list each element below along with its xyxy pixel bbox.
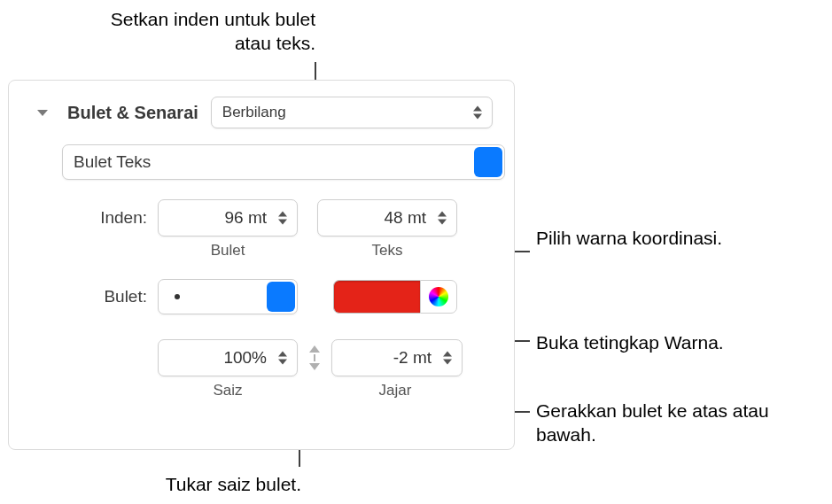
indent-bullet-caption: Bulet xyxy=(158,242,298,260)
bullets-lists-panel: Bulet & Senarai Berbilang Bulet Teks Ind… xyxy=(8,80,515,450)
indent-row: Inden: 96 mt 48 mt xyxy=(62,199,493,236)
disclosure-triangle-icon[interactable] xyxy=(37,110,48,116)
callout-color-window: Buka tetingkap Warna. xyxy=(536,330,828,354)
bullet-glyph-select[interactable] xyxy=(158,279,298,314)
list-style-select[interactable]: Berbilang xyxy=(211,97,493,128)
align-stepper[interactable]: -2 mt xyxy=(331,339,463,376)
indent-bullet-value: 96 mt xyxy=(224,208,267,228)
bullet-label: Bulet: xyxy=(62,287,158,306)
callout-align: Gerakkan bulet ke atas atau bawah. xyxy=(536,399,802,447)
stepper-arrows-icon xyxy=(274,352,292,365)
size-align-captions: Saiz Jajar xyxy=(158,382,493,399)
align-caption: Jajar xyxy=(330,382,461,399)
chevron-up-down-icon xyxy=(474,147,502,177)
bullet-color-swatch[interactable] xyxy=(333,280,420,314)
align-value: -2 mt xyxy=(393,348,432,368)
section-title: Bulet & Senarai xyxy=(67,103,198,123)
size-value: 100% xyxy=(223,348,267,368)
indent-captions: Bulet Teks xyxy=(158,242,493,260)
indent-text-caption: Teks xyxy=(317,242,457,260)
callout-color-swatch: Pilih warna koordinasi. xyxy=(536,226,802,250)
bullet-type-select[interactable]: Bulet Teks xyxy=(62,144,505,180)
vertical-align-icon xyxy=(301,345,328,370)
size-caption: Saiz xyxy=(158,382,298,399)
indent-bullet-stepper[interactable]: 96 mt xyxy=(158,199,298,236)
color-wheel-icon xyxy=(429,287,448,306)
section-header-row: Bulet & Senarai Berbilang xyxy=(62,97,493,128)
callout-indent: Setkan inden untuk bulet atau teks. xyxy=(94,7,315,56)
bullet-color-group xyxy=(333,280,457,314)
bullet-row: Bulet: xyxy=(62,279,493,314)
size-align-row: 100% -2 mt xyxy=(62,339,493,376)
indent-label: Inden: xyxy=(62,208,158,228)
chevron-up-down-icon xyxy=(469,106,486,120)
chevron-up-down-icon xyxy=(267,282,295,312)
bullet-dot-icon xyxy=(175,294,180,299)
list-style-value: Berbilang xyxy=(222,104,286,121)
bullet-type-value: Bulet Teks xyxy=(74,152,151,172)
callout-size: Tukar saiz bulet. xyxy=(89,472,301,496)
stepper-arrows-icon xyxy=(274,212,292,225)
stepper-arrows-icon xyxy=(439,352,456,365)
open-color-window-button[interactable] xyxy=(420,280,457,314)
indent-text-stepper[interactable]: 48 mt xyxy=(317,199,457,236)
stepper-arrows-icon xyxy=(433,212,451,225)
indent-text-value: 48 mt xyxy=(384,208,426,228)
size-stepper[interactable]: 100% xyxy=(158,339,298,376)
